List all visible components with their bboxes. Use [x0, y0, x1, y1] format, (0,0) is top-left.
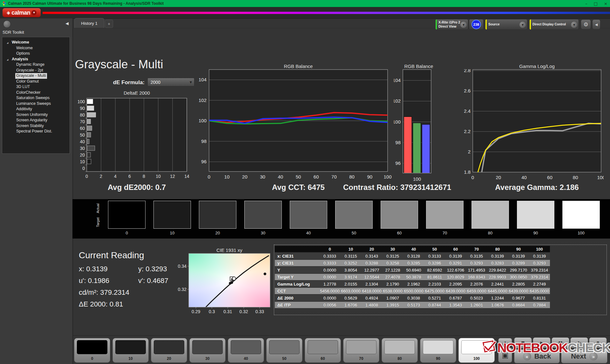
- gray-level-tile-20[interactable]: 20: [151, 338, 187, 363]
- sidebar-item-spectral-power-dist-[interactable]: Spectral Power Dist.: [2, 129, 70, 134]
- record-button[interactable]: ●: [589, 337, 607, 348]
- calman-menu-button[interactable]: ◈ calman ▼: [3, 8, 41, 17]
- gray-level-tile-0[interactable]: 0: [74, 338, 110, 363]
- column-header-10: 10: [340, 246, 361, 252]
- table-cell: 1.3543: [445, 302, 466, 308]
- sidebar-item-grayscale-multi[interactable]: Grayscale - Multi: [2, 73, 70, 79]
- close-icon[interactable]: ×: [604, 1, 607, 6]
- table-cell: 1.4808: [361, 302, 382, 308]
- table-cell: 0.3135: [466, 253, 487, 259]
- svg-text:100: 100: [78, 99, 85, 104]
- meter-badge-segment[interactable]: 238: [469, 19, 484, 30]
- pause-icon: ▮▮: [558, 340, 562, 345]
- sidebar-item-screen-uniformity[interactable]: Screen Uniformity: [2, 112, 70, 118]
- sidebar-item-grayscale-2pt[interactable]: Grayscale - 2pt: [2, 68, 70, 73]
- sidebar-item-screen-angularity[interactable]: Screen Angularity: [2, 118, 70, 123]
- svg-text:0.3: 0.3: [209, 309, 215, 314]
- tile-swatch: [423, 340, 453, 354]
- rgb-bar-chart-title: RGB Balance: [403, 64, 435, 69]
- table-cell: 3.8054: [340, 267, 361, 273]
- workflow-tree: ◢WelcomeWelcomeOptions◢AnalysisDynamic R…: [2, 37, 70, 154]
- sidebar-item-luminance-sweeps[interactable]: Luminance Sweeps: [2, 101, 70, 107]
- de-formula-select[interactable]: 2000 ▼: [147, 78, 194, 86]
- window-title: Calman 2025 Calman Ultimate for Business…: [8, 1, 164, 6]
- sidebar-item-saturation-sweeps[interactable]: Saturation Sweeps: [2, 95, 70, 101]
- sidebar-item-welcome[interactable]: Welcome: [2, 45, 70, 51]
- table-cell: 12.2977: [361, 267, 382, 273]
- tree-group-welcome[interactable]: ◢Welcome: [2, 40, 70, 45]
- tree-group-analysis[interactable]: ◢Analysis: [2, 57, 70, 62]
- patch-label-30: 30: [244, 231, 282, 235]
- svg-text:0.31: 0.31: [223, 309, 232, 314]
- pause-button[interactable]: ▮▮: [552, 337, 569, 348]
- svg-text:14: 14: [184, 174, 189, 179]
- measurement-table[interactable]: 0102030405060708090100x: CIE310.33330.31…: [274, 245, 607, 315]
- minimize-icon[interactable]: –: [585, 1, 587, 6]
- stop-button[interactable]: ■: [514, 337, 532, 348]
- sidebar-item-options[interactable]: Options: [2, 51, 70, 57]
- meter-status-bar: [436, 19, 437, 30]
- gray-level-tile-70[interactable]: 70: [343, 338, 379, 363]
- deltae-chart-title: DeltaE 2000: [87, 90, 187, 96]
- tile-swatch: [231, 340, 261, 354]
- sidebar-item-screen-stability[interactable]: Screen Stability: [2, 123, 70, 129]
- svg-text:80: 80: [573, 175, 578, 180]
- gray-level-tile-80[interactable]: 80: [382, 338, 418, 363]
- table-cell: 50.6940: [403, 267, 424, 273]
- table-cell: 2.1790: [382, 281, 403, 287]
- svg-text:2: 2: [100, 174, 102, 179]
- add-tab-button[interactable]: +: [105, 20, 113, 28]
- tab-history-1[interactable]: History 1: [74, 18, 104, 28]
- meter-dropdown[interactable]: X-Rite i1Pro 2 Direct View ▼: [435, 19, 468, 30]
- gray-level-tile-60[interactable]: 60: [305, 338, 341, 363]
- sidebar-item-dynamic-range[interactable]: Dynamic Range: [2, 62, 70, 68]
- table-cell: 0.3125: [382, 253, 403, 259]
- svg-text:0.29: 0.29: [192, 309, 200, 314]
- table-cell: 0.8744: [424, 302, 445, 308]
- gray-level-tile-10[interactable]: 10: [112, 338, 149, 363]
- collapse-panel-button[interactable]: ◀: [592, 19, 600, 30]
- gray-level-tile-100[interactable]: 100: [458, 338, 495, 363]
- restore-icon[interactable]: □: [594, 1, 598, 6]
- gray-level-tile-50[interactable]: 50: [266, 338, 302, 363]
- svg-text:0: 0: [471, 175, 474, 180]
- reading-de: ΔE 2000: 0.81: [79, 300, 190, 308]
- back-chevron-icon: «: [523, 352, 531, 361]
- table-cell: 0.3293: [466, 260, 487, 266]
- sidebar-menu-button[interactable]: [3, 20, 11, 28]
- settings-button[interactable]: ⚙: [581, 19, 591, 30]
- svg-text:20: 20: [80, 152, 85, 158]
- sidebar-item-3d-lut[interactable]: 3D LUT: [2, 84, 70, 90]
- sidebar-collapse-icon[interactable]: ◀: [65, 21, 69, 26]
- next-button[interactable]: Next »: [561, 349, 607, 363]
- sidebar-item-color-gamut[interactable]: Color Gamut: [2, 79, 70, 84]
- play-button[interactable]: ▶: [533, 337, 551, 348]
- loop-button[interactable]: ↻: [570, 337, 588, 348]
- calman-logo-text: calman: [11, 10, 30, 16]
- sidebar-item-colorchecker[interactable]: ColorChecker: [2, 90, 70, 96]
- svg-text:60: 60: [80, 126, 85, 131]
- table-cell: 2.2095: [445, 281, 466, 287]
- panel-up-button[interactable]: ▲: [498, 338, 512, 346]
- tile-swatch: [269, 340, 300, 354]
- display-control-dropdown[interactable]: Direct Display Control ▼: [529, 19, 579, 30]
- sidebar-item-additivity[interactable]: Additivity: [2, 106, 70, 112]
- gray-level-tile-90[interactable]: 90: [420, 338, 456, 363]
- reading-luminance: cd/m²: 379.2314: [79, 288, 190, 297]
- gamma-chart: 1.822.22.42.62.8020406080100: [458, 69, 604, 186]
- source-dropdown[interactable]: Source ▼: [485, 19, 527, 30]
- patch-0: [108, 201, 146, 229]
- table-cell: 12.5544: [361, 274, 382, 280]
- source-label: Source: [488, 22, 500, 26]
- stop-panel-button[interactable]: ▣: [498, 347, 512, 363]
- table-cell: 0.7884: [529, 302, 550, 308]
- table-cell: 0.6787: [445, 295, 466, 301]
- back-button[interactable]: « Back: [514, 349, 560, 363]
- gray-level-tile-30[interactable]: 30: [189, 338, 226, 363]
- svg-text:60: 60: [547, 175, 552, 180]
- patch-60: [381, 201, 418, 229]
- gray-level-tile-40[interactable]: 40: [228, 338, 264, 363]
- table-cell: 1.6706: [340, 302, 361, 308]
- table-cell: 0.3139: [529, 253, 550, 259]
- cie-chart: 0.290.30.310.320.330.320.34: [178, 253, 283, 318]
